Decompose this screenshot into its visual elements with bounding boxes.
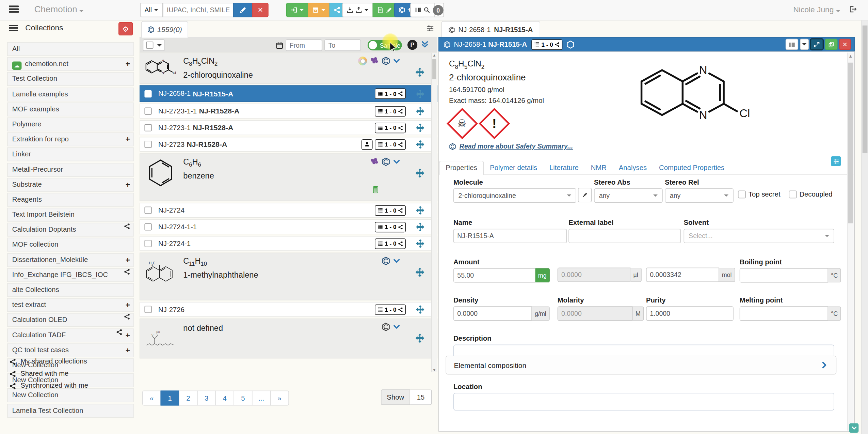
tab-polymer-details[interactable]: Polymer details — [484, 161, 543, 174]
tab-properties[interactable]: Properties — [439, 161, 484, 175]
collapse-group-icon[interactable] — [393, 257, 400, 264]
stereo-abs-select[interactable]: any — [594, 188, 663, 203]
molecule-select[interactable]: 2-chloroquinoxaline — [453, 188, 576, 203]
top-secret-checkbox[interactable]: Top secret — [738, 190, 781, 198]
sample-row[interactable]: NJ-2723-1NJ-R1528-A 1 - 0 — [140, 120, 437, 135]
purity-input[interactable] — [646, 306, 734, 321]
molarity-input[interactable] — [558, 306, 633, 321]
decoupled-checkbox[interactable]: Decoupled — [789, 190, 832, 198]
list-settings-icon[interactable] — [426, 23, 434, 32]
sidebar-item-test-collection[interactable]: Test Collection — [7, 72, 134, 86]
page-size-input[interactable]: 15 — [410, 389, 432, 405]
copy-sample-button[interactable] — [825, 39, 837, 50]
detail-scrollbar[interactable]: ▲ ▼ — [847, 52, 854, 430]
product-filter-button[interactable]: P — [407, 40, 417, 50]
drag-move-icon[interactable] — [416, 107, 424, 116]
scroll-up-icon[interactable]: ▲ — [432, 53, 437, 57]
add-subcollection-icon[interactable]: + — [126, 133, 130, 146]
analyses-badge[interactable]: 1 - 0 — [375, 88, 406, 99]
drag-move-icon[interactable] — [415, 168, 425, 178]
row-checkbox[interactable] — [144, 207, 151, 214]
molecule-group[interactable]: C6H6 benzene — [140, 153, 437, 201]
date-from-input[interactable] — [286, 39, 322, 51]
add-subcollection-icon[interactable]: + — [126, 344, 130, 357]
analyses-badge[interactable]: 1 - 0 — [375, 122, 406, 133]
notification-counter[interactable]: 0 — [433, 5, 444, 16]
sidebar-item-calc-doptants[interactable]: Calculation Doptants — [7, 223, 134, 237]
page-2[interactable]: 2 — [179, 391, 197, 406]
select-all-checkbox[interactable] — [146, 42, 153, 49]
add-subcollection-icon[interactable]: + — [126, 58, 130, 70]
print-barcode-button[interactable] — [785, 39, 798, 50]
add-subcollection-icon[interactable]: + — [126, 299, 130, 311]
molecule-group[interactable]: O OH not defined — [140, 319, 437, 358]
sample-row[interactable]: NJ-2726 1 - 0 — [140, 302, 437, 317]
add-subcollection-icon[interactable]: + — [126, 253, 130, 266]
analyses-badge[interactable]: 1 - 0 — [375, 205, 406, 216]
calendar-icon[interactable] — [276, 41, 284, 49]
window-scrollbar[interactable]: ▲ — [862, 0, 868, 434]
page-3[interactable]: 3 — [197, 391, 216, 406]
fullscreen-button[interactable] — [810, 39, 823, 50]
shared-with-me-link[interactable]: Shared with me — [7, 367, 134, 379]
collapse-group-icon[interactable] — [393, 323, 400, 330]
external-label-input[interactable] — [568, 229, 681, 243]
search-input[interactable] — [163, 3, 234, 17]
list-scrollbar[interactable]: ▲ ▼ — [431, 52, 437, 372]
page-ellipsis[interactable]: ... — [252, 391, 271, 406]
sidebar-item-lamella-test[interactable]: Lamella Test Collection — [7, 404, 134, 418]
sidebar-item-test-extract[interactable]: test extract+ — [7, 298, 134, 312]
boiling-point-input[interactable] — [740, 268, 828, 282]
sample-row[interactable]: NJ-2724-1 1 - 0 — [140, 236, 437, 251]
user-menu[interactable]: Nicole Jung — [793, 5, 840, 14]
sample-row[interactable]: NJ-2723-1-1NJ-R1528-A 1 - 0 — [140, 104, 437, 119]
drag-move-icon[interactable] — [416, 123, 424, 132]
sidebar-item-all[interactable]: All — [7, 42, 134, 56]
unit-gml[interactable]: g/ml — [532, 306, 550, 321]
page-next[interactable]: » — [270, 391, 289, 406]
scroll-down-icon[interactable]: ▼ — [432, 368, 437, 372]
location-textarea[interactable] — [453, 393, 834, 410]
analyses-badge[interactable]: 1 - 0 — [375, 139, 406, 150]
drag-move-icon[interactable] — [416, 239, 424, 248]
analyses-badge[interactable]: 1 - 0 — [375, 106, 406, 117]
row-checkbox[interactable] — [144, 124, 151, 131]
drag-move-icon[interactable] — [416, 305, 424, 314]
scroll-up-icon[interactable]: ▲ — [848, 54, 854, 59]
sidebar-item-reagents[interactable]: Reagents — [7, 193, 134, 207]
analyses-badge[interactable]: 1 - 0 — [375, 222, 406, 232]
molecule-group[interactable]: N N Cl C8H5ClN2 2-chloroquinoxaline — [140, 52, 437, 83]
import-export-button[interactable] — [342, 3, 373, 17]
molecule-hexagon-icon[interactable] — [566, 40, 575, 48]
drag-move-icon[interactable] — [416, 222, 424, 232]
page-prev[interactable]: « — [142, 391, 161, 406]
drag-move-icon[interactable] — [415, 334, 425, 343]
page-5[interactable]: 5 — [234, 391, 252, 406]
collapse-group-icon[interactable] — [393, 57, 400, 64]
row-checkbox[interactable] — [144, 223, 151, 230]
date-to-input[interactable] — [324, 39, 361, 51]
polymer-cluster-icon[interactable] — [370, 57, 379, 65]
select-all-dropdown[interactable] — [143, 39, 165, 51]
sidebar-item-polymere[interactable]: Polymere — [7, 118, 134, 131]
page-4[interactable]: 4 — [215, 391, 234, 406]
sidebar-item-text-import[interactable]: Text Import Beilstein — [7, 208, 134, 222]
sidebar-item-substrate[interactable]: Substrate+ — [7, 178, 134, 192]
sidebar-item-mof-examples[interactable]: MOF examples — [7, 102, 134, 116]
sample-row[interactable]: NJ-2658-1NJ-R1515-A 1 - 0 — [140, 85, 437, 102]
stereo-rel-select[interactable]: any — [665, 188, 734, 203]
row-checkbox[interactable] — [144, 141, 151, 148]
sidebar-item-linker[interactable]: Linker — [7, 148, 134, 161]
polymer-cluster-icon[interactable] — [370, 157, 379, 166]
calculator-icon[interactable] — [372, 185, 379, 193]
reorder-tabs-button[interactable] — [831, 156, 841, 166]
safety-summary-link[interactable]: Read more about Safety Summary... — [460, 142, 573, 150]
export-to-repo-button[interactable] — [286, 3, 308, 17]
molecule-hexagon-icon[interactable] — [382, 57, 390, 65]
sidebar-item-alte-collections[interactable]: alte Collections — [7, 283, 134, 297]
unit-ul[interactable]: µl — [630, 268, 641, 282]
sidebar-item-mof-collection[interactable]: MOF collection — [7, 238, 134, 252]
user-badge[interactable] — [361, 139, 373, 150]
drag-move-icon[interactable] — [416, 89, 424, 98]
scroll-bottom-button[interactable] — [849, 423, 859, 433]
